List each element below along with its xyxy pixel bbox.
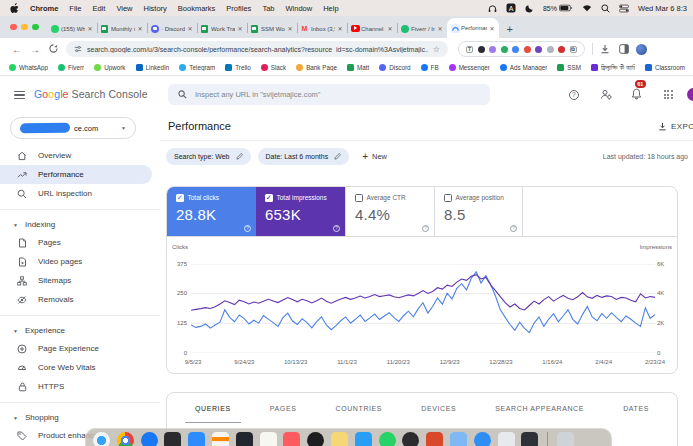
dock-whatsapp-icon[interactable]	[379, 432, 396, 446]
sidebar-item-removals[interactable]: Removals	[0, 290, 160, 309]
battery-indicator[interactable]: 85%	[543, 4, 573, 12]
bookmark-15[interactable]: Classroom	[645, 64, 685, 71]
sidebar-item-pages[interactable]: Pages	[0, 233, 160, 252]
translate-ext-extension-icon[interactable]	[512, 46, 519, 53]
sidebar-section-indexing[interactable]: ▼Indexing	[0, 216, 160, 233]
table-tab-search-appearance[interactable]: SEARCH APPEARANCE	[495, 393, 584, 423]
dock-xcode-icon[interactable]	[355, 432, 372, 446]
menubar-item-help[interactable]: Help	[323, 4, 338, 13]
close-window-button[interactable]	[10, 24, 17, 31]
tab-close-icon[interactable]: ✕	[387, 25, 392, 32]
bookmark-14[interactable]: ফ্রিল্যান্সিং কী ক্যারি...	[591, 64, 635, 72]
browser-tab-4[interactable]: SSM Worki✕	[247, 19, 297, 38]
forward-button[interactable]: →	[26, 44, 44, 55]
dock-trash-icon[interactable]	[557, 432, 574, 446]
bookmark-9[interactable]: Discord	[379, 64, 410, 71]
metric-tile-total-clicks[interactable]: ✓Total clicks28.8K?	[167, 187, 256, 236]
reload-button[interactable]	[44, 44, 62, 55]
menubar-item-edit[interactable]: Edit	[92, 4, 105, 13]
metric-tile-total-impressions[interactable]: ✓Total impressions653K?	[256, 187, 345, 236]
menubar-item-bookmarks[interactable]: Bookmarks	[178, 4, 216, 13]
dock-html-stamp-icon[interactable]	[426, 432, 443, 446]
menubar-item-tab[interactable]: Tab	[262, 4, 274, 13]
dock-safari-icon[interactable]	[93, 432, 110, 446]
filter-chip-0[interactable]: Search type: Web	[166, 148, 251, 165]
browser-tab-2[interactable]: · Discord | A✕	[147, 19, 197, 38]
bookmark-7[interactable]: Bank Page	[296, 64, 337, 71]
table-tab-dates[interactable]: DATES	[623, 393, 649, 423]
dock-camera-icon[interactable]	[402, 432, 419, 446]
dock-zoom-icon[interactable]	[188, 432, 205, 446]
bookmark-6[interactable]: Slack	[261, 64, 286, 71]
bookmark-10[interactable]: FB	[421, 64, 439, 71]
metric-info-icon[interactable]: ?	[510, 225, 517, 232]
bookmark-5[interactable]: Trello	[225, 64, 251, 71]
tab-close-icon[interactable]: ✕	[237, 25, 242, 32]
back-button[interactable]: ←	[8, 44, 26, 55]
metric-tile-average-position[interactable]: Average position8.5?	[434, 187, 523, 236]
input-source-icon[interactable]: A	[506, 3, 516, 13]
sidebar-section-shopping[interactable]: ▼Shopping	[0, 409, 160, 426]
menu-hamburger-icon[interactable]	[14, 91, 25, 101]
dock-messages-icon[interactable]	[450, 432, 467, 446]
gray-ext-extension-icon[interactable]	[547, 46, 554, 53]
dock-files-yellow-icon[interactable]	[331, 432, 348, 446]
url-inspection-searchbox[interactable]: Inspect any URL in "svijetmajice.com"	[168, 84, 490, 105]
dock-chrome-icon[interactable]	[117, 432, 134, 446]
sidebar-item-core-web-vitals[interactable]: Core Web Vitals	[0, 358, 160, 377]
pencil-icon[interactable]	[236, 153, 243, 161]
bookmark-11[interactable]: Messenger	[449, 64, 490, 71]
google-account-avatar[interactable]	[687, 88, 693, 101]
sidebar-item-overview[interactable]: Overview	[0, 146, 160, 165]
metric-tile-average-ctr[interactable]: Average CTR4.4%?	[345, 187, 434, 236]
dock-calendar-icon[interactable]	[236, 432, 253, 446]
browser-tab-0[interactable]: (155) Whats✕	[47, 19, 97, 38]
red-ext-extension-icon[interactable]	[524, 46, 531, 53]
tab-close-icon[interactable]: ✕	[437, 25, 442, 32]
headphones-icon[interactable]	[488, 4, 497, 13]
user-settings-icon[interactable]	[600, 86, 612, 104]
metric-checkbox[interactable]	[355, 194, 363, 202]
bookmark-8[interactable]: Matt	[347, 64, 369, 71]
dock-facebook-icon[interactable]	[141, 432, 158, 446]
filter-chip-1[interactable]: Date: Last 6 months	[258, 148, 350, 165]
do-not-disturb-moon-icon[interactable]	[525, 4, 534, 13]
bookmark-4[interactable]: Telegram	[179, 64, 215, 71]
bookmark-0[interactable]: WhatsApp	[9, 64, 48, 71]
sidebar-item-page-experience[interactable]: Page Experience	[0, 339, 160, 358]
notifications-bell-icon[interactable]: 61	[631, 86, 642, 104]
table-tab-countries[interactable]: COUNTRIES	[336, 393, 383, 423]
pencil-icon[interactable]	[334, 153, 341, 161]
property-selector[interactable]: ce.com ▼	[10, 117, 136, 139]
dock-clock-icon[interactable]	[307, 432, 324, 446]
dark-ext-extension-icon[interactable]	[478, 46, 485, 53]
address-bar[interactable]: search.google.com/u/3/search-console/per…	[66, 41, 448, 57]
extensions-pill[interactable]: T⧉	[458, 41, 585, 57]
browser-tab-3[interactable]: Work Tracki✕	[197, 19, 247, 38]
sidebar-item-url-inspection[interactable]: URL inspection	[0, 184, 160, 203]
bookmark-12[interactable]: Ads Manager	[500, 64, 547, 71]
bookmark-3[interactable]: LinkedIn	[136, 64, 170, 71]
spotlight-search-icon[interactable]	[601, 4, 610, 13]
tab-close-icon[interactable]: ✕	[287, 25, 292, 32]
dock-notes-icon[interactable]	[260, 432, 277, 446]
purple-ext-extension-icon[interactable]	[489, 46, 496, 53]
dock-final-cut-icon[interactable]	[164, 432, 181, 446]
bookmark-2[interactable]: Upwork	[94, 64, 125, 71]
new-tab-button[interactable]: +	[499, 23, 521, 35]
tab-close-icon[interactable]: ✕	[337, 25, 342, 32]
shield-ext-extension-icon[interactable]	[535, 46, 542, 53]
grammarly-extension-icon[interactable]: T	[466, 46, 473, 53]
metric-checkbox[interactable]: ✓	[176, 194, 184, 202]
minimize-window-button[interactable]	[21, 24, 28, 31]
side-panel-icon[interactable]	[619, 40, 629, 58]
downloads-icon[interactable]	[600, 40, 610, 58]
menubar-clock[interactable]: Wed Mar 6 8:3	[638, 4, 687, 13]
tab-close-icon[interactable]: ✕	[489, 25, 494, 32]
sidebar-item-performance[interactable]: Performance	[0, 165, 152, 184]
browser-tab-7[interactable]: Fiverr / Inbo✕	[397, 19, 447, 38]
table-tab-pages[interactable]: PAGES	[270, 393, 297, 423]
sidebar-item-video-pages[interactable]: Video pages	[0, 252, 160, 271]
tab-close-icon[interactable]: ✕	[137, 25, 142, 32]
metric-info-icon[interactable]: ?	[333, 225, 340, 232]
